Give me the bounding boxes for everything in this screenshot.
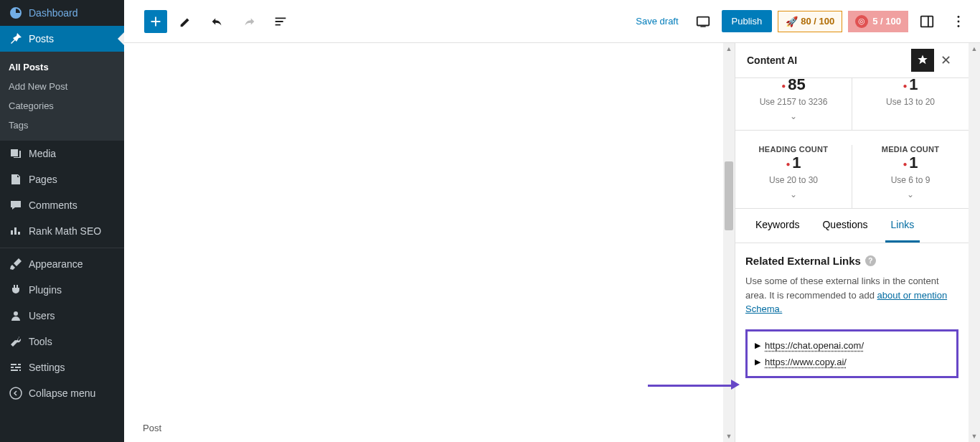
panel-tabs: Keywords Questions Links [735, 209, 969, 243]
metric-4-value: 1 [852, 154, 969, 172]
settings-sidebar-toggle[interactable] [914, 9, 940, 34]
star-button[interactable] [911, 49, 934, 72]
metric-3-hint: Use 20 to 30 [735, 175, 852, 185]
triangle-icon: ▶ [755, 341, 760, 350]
sidebar-item-pages[interactable]: Pages [0, 166, 124, 192]
add-block-button[interactable] [144, 10, 167, 33]
svg-point-8 [958, 24, 960, 27]
tab-keywords[interactable]: Keywords [750, 209, 805, 243]
save-draft-button[interactable]: Save draft [636, 16, 678, 27]
pin-icon [9, 32, 23, 46]
tab-links[interactable]: Links [885, 209, 920, 243]
target-icon: ◎ [855, 15, 868, 28]
user-icon [9, 309, 23, 323]
metric-3-label: HEADING COUNT [735, 145, 852, 154]
external-link-1[interactable]: ▶ https://chat.openai.com/ [755, 337, 949, 354]
sliders-icon [9, 360, 23, 375]
panel-header: Content AI ✕ [735, 43, 969, 78]
link-1-text[interactable]: https://chat.openai.com/ [765, 340, 864, 351]
sidebar-item-plugins[interactable]: Plugins [0, 277, 124, 303]
submenu-all-posts[interactable]: All Posts [0, 57, 124, 77]
sidebar-label-tools: Tools [29, 336, 52, 347]
sidebar-label-plugins: Plugins [29, 284, 62, 296]
scroll-down-arrow-icon: ▼ [723, 431, 735, 442]
svg-rect-2 [700, 26, 705, 27]
publish-button[interactable]: Publish [722, 10, 773, 32]
undo-button[interactable] [204, 9, 230, 34]
svg-point-6 [958, 16, 960, 18]
brush-icon [9, 257, 23, 271]
metric-2-value: 1 [852, 78, 969, 94]
help-icon[interactable]: ? [865, 255, 876, 266]
metric-3-value: 1 [735, 154, 852, 172]
external-link-2[interactable]: ▶ https://www.copy.ai/ [755, 354, 949, 370]
panel-left-scrollbar[interactable]: ▲ ▼ [723, 43, 735, 442]
comments-icon [9, 198, 23, 212]
media-icon [9, 146, 23, 161]
panel-body: 85 Use 2157 to 3236 ⌄ 1 Use 13 to 20 HEA… [735, 78, 969, 442]
sidebar-item-appearance[interactable]: Appearance [0, 251, 124, 277]
external-links-box: ▶ https://chat.openai.com/ ▶ https://www… [745, 329, 958, 378]
editor-topbar: Save draft Publish 🚀 80 / 100 ◎ 5 / 100 [124, 0, 980, 43]
panel-title: Content AI [747, 55, 911, 66]
section-title: Related External Links ? [745, 255, 958, 267]
scroll-up-arrow-icon: ▲ [969, 43, 980, 55]
admin-sidebar: Dashboard Posts All Posts Add New Post C… [0, 0, 124, 442]
close-panel-button[interactable]: ✕ [934, 49, 957, 72]
sidebar-item-settings[interactable]: Settings [0, 354, 124, 380]
sidebar-label-dashboard: Dashboard [29, 7, 78, 19]
scroll-thumb[interactable] [725, 161, 733, 230]
metric-link-count: 1 Use 13 to 20 [852, 78, 969, 130]
content-ai-score-badge[interactable]: ◎ 5 / 100 [848, 11, 908, 32]
link-2-text[interactable]: https://www.copy.ai/ [765, 357, 847, 367]
sidebar-item-posts[interactable]: Posts [0, 26, 124, 52]
sidebar-item-tools[interactable]: Tools [0, 329, 124, 354]
sidebar-item-collapse[interactable]: Collapse menu [0, 380, 124, 406]
scroll-down-arrow-icon: ▼ [969, 431, 980, 442]
sidebar-label-posts: Posts [29, 33, 54, 44]
sidebar-item-users[interactable]: Users [0, 303, 124, 329]
seo-score-badge[interactable]: 🚀 80 / 100 [778, 11, 842, 32]
posts-submenu: All Posts Add New Post Categories Tags [0, 52, 124, 141]
chevron-down-icon[interactable]: ⌄ [735, 111, 852, 121]
submenu-tags[interactable]: Tags [0, 116, 124, 135]
sidebar-item-media[interactable]: Media [0, 141, 124, 166]
svg-point-7 [958, 20, 960, 22]
section-description: Use some of these external links in the … [745, 274, 958, 316]
document-overview-button[interactable] [268, 9, 293, 34]
metric-4-label: MEDIA COUNT [852, 145, 969, 154]
sidebar-item-comments[interactable]: Comments [0, 192, 124, 218]
chevron-down-icon[interactable]: ⌄ [735, 189, 852, 199]
seo-score-text: 80 / 100 [801, 16, 834, 27]
metric-heading-count: HEADING COUNT 1 Use 20 to 30 ⌄ [735, 145, 852, 208]
submenu-categories[interactable]: Categories [0, 96, 124, 116]
content-ai-panel: Content AI ✕ 85 Use 2157 to 3236 ⌄ 1 Use… [735, 43, 969, 442]
metric-1-value: 85 [735, 78, 852, 94]
sidebar-item-rankmath[interactable]: Rank Math SEO [0, 218, 124, 244]
redo-button[interactable] [236, 9, 262, 34]
preview-button[interactable] [690, 9, 716, 34]
triangle-icon: ▶ [755, 357, 760, 367]
dashboard-icon [9, 6, 23, 20]
sidebar-label-pages: Pages [29, 174, 57, 185]
chevron-down-icon[interactable]: ⌄ [852, 189, 969, 199]
sidebar-label-users: Users [29, 310, 55, 321]
submenu-add-new[interactable]: Add New Post [0, 77, 124, 96]
collapse-icon [9, 386, 23, 400]
sidebar-label-settings: Settings [29, 362, 65, 373]
metric-2-hint: Use 13 to 20 [852, 97, 969, 107]
wrench-icon [9, 334, 23, 349]
panel-right-scrollbar[interactable]: ▲ ▼ [969, 43, 980, 442]
sidebar-item-dashboard[interactable]: Dashboard [0, 0, 124, 26]
related-links-section: Related External Links ? Use some of the… [735, 243, 969, 322]
sidebar-label-rankmath: Rank Math SEO [29, 225, 101, 237]
post-type-label: Post [143, 423, 161, 433]
tab-questions[interactable]: Questions [816, 209, 873, 243]
metrics-row-2: HEADING COUNT 1 Use 20 to 30 ⌄ MEDIA COU… [735, 131, 969, 209]
edit-mode-button[interactable] [173, 9, 199, 34]
svg-point-0 [10, 387, 22, 399]
chart-icon [9, 224, 23, 238]
sidebar-label-appearance: Appearance [29, 258, 83, 270]
svg-rect-1 [697, 17, 709, 25]
options-menu-button[interactable] [946, 9, 971, 34]
